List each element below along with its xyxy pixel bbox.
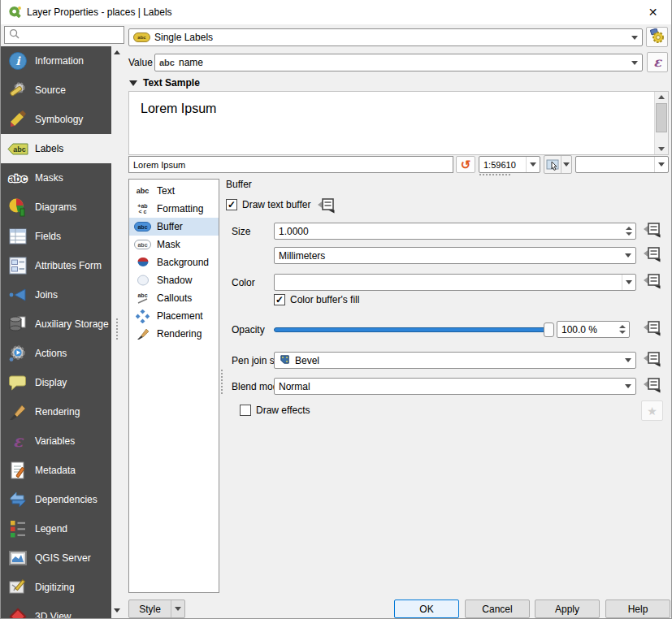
tab-callouts[interactable]: abc Callouts xyxy=(129,289,219,307)
sidebar-item-symbology[interactable]: Symbology xyxy=(1,105,111,134)
buffer-tab-icon: abc xyxy=(132,219,153,234)
sidebar-item-variables[interactable]: ε Variables xyxy=(1,426,111,456)
sample-scrollbar[interactable] xyxy=(654,92,668,154)
scroll-down-icon[interactable] xyxy=(658,147,665,151)
sidebar-item-metadata[interactable]: Metadata xyxy=(1,456,111,485)
scrollbar-thumb[interactable] xyxy=(656,103,667,132)
epsilon-icon: ε xyxy=(653,54,661,70)
data-defined-override-button[interactable] xyxy=(641,319,662,337)
expression-builder-button[interactable]: ε xyxy=(647,52,668,72)
size-spinbox[interactable]: 1.0000 xyxy=(274,223,636,240)
horizontal-splitter-handle[interactable] xyxy=(479,174,510,175)
scroll-down-icon[interactable] xyxy=(114,608,120,613)
tab-rendering[interactable]: Rendering xyxy=(129,325,219,343)
spin-buttons[interactable] xyxy=(616,322,628,337)
check-icon: ✓ xyxy=(228,199,236,210)
ok-button-label: OK xyxy=(419,604,433,615)
slider-handle[interactable] xyxy=(544,322,554,337)
actions-icon xyxy=(7,343,28,364)
tab-background[interactable]: Background xyxy=(129,253,219,271)
rendering-tab-icon xyxy=(132,327,153,341)
sidebar-item-joins[interactable]: Joins xyxy=(1,280,111,310)
sidebar-item-actions[interactable]: Actions xyxy=(1,339,111,368)
sidebar-item-label: Joins xyxy=(35,289,58,301)
data-defined-override-button[interactable] xyxy=(641,245,662,263)
attributes-form-icon xyxy=(7,255,28,276)
scroll-up-icon[interactable] xyxy=(114,50,120,54)
help-button[interactable]: Help xyxy=(605,600,670,618)
sidebar-item-attributes-form[interactable]: Attributes Form xyxy=(1,251,111,280)
tab-buffer[interactable]: abc Buffer xyxy=(129,218,219,236)
tab-placement[interactable]: Placement xyxy=(129,307,219,325)
tab-mask[interactable]: abc Mask xyxy=(129,236,219,253)
data-defined-override-button[interactable] xyxy=(641,221,662,239)
chevron-down-icon[interactable] xyxy=(561,156,571,173)
data-defined-override-button[interactable] xyxy=(641,350,662,368)
opacity-spinbox[interactable]: 100.0 % xyxy=(557,321,630,338)
style-menu-button[interactable]: Style xyxy=(128,600,185,618)
value-field-select[interactable]: abc name xyxy=(154,54,643,71)
cancel-button[interactable]: Cancel xyxy=(465,600,530,618)
panel-title: Buffer xyxy=(226,179,252,190)
draw-effects-checkbox[interactable] xyxy=(240,405,251,416)
sidebar-item-legend[interactable]: Legend xyxy=(1,514,111,543)
size-units-select[interactable]: Millimeters xyxy=(274,247,636,264)
background-tab-icon xyxy=(132,255,153,270)
sidebar-item-auxiliary-storage[interactable]: Auxiliary Storage xyxy=(1,310,111,339)
search-input[interactable] xyxy=(4,26,124,44)
automated-placement-button[interactable] xyxy=(646,27,668,47)
opacity-label: Opacity xyxy=(232,324,265,335)
scroll-up-icon[interactable] xyxy=(658,95,665,99)
sidebar-item-qgis-server[interactable]: QGIS Server xyxy=(1,543,111,573)
sidebar-item-dependencies[interactable]: Dependencies xyxy=(1,485,111,514)
blend-mode-select[interactable]: Normal xyxy=(274,378,636,395)
data-defined-override-button[interactable] xyxy=(315,197,336,214)
chevron-down-icon[interactable] xyxy=(171,600,184,617)
diagrams-icon xyxy=(7,197,28,218)
sidebar-item-digitizing[interactable]: Digitizing xyxy=(1,573,111,602)
3d-view-icon xyxy=(7,606,28,618)
qgis-logo-icon xyxy=(7,5,22,19)
spin-buttons[interactable] xyxy=(622,223,635,239)
pen-join-style-select[interactable]: Bevel xyxy=(274,352,636,369)
sidebar-item-information[interactable]: i Information xyxy=(1,46,111,76)
labels-icon: abc xyxy=(7,138,28,159)
collapse-triangle-icon[interactable] xyxy=(129,80,137,86)
sample-background-select[interactable] xyxy=(575,156,669,173)
color-buffer-fill-label: Color buffer's fill xyxy=(290,294,359,305)
tab-formatting[interactable]: +ab < c Formatting xyxy=(129,200,219,218)
sidebar-item-display[interactable]: Display xyxy=(1,368,111,397)
opacity-slider[interactable] xyxy=(274,322,554,338)
draw-text-buffer-label: Draw text buffer xyxy=(242,199,310,210)
ok-button[interactable]: OK xyxy=(394,600,459,618)
data-defined-override-button[interactable] xyxy=(641,376,662,394)
tab-text[interactable]: abc Text xyxy=(129,182,219,200)
map-settings-button[interactable] xyxy=(544,155,572,174)
apply-button[interactable]: Apply xyxy=(535,600,600,618)
sidebar-item-3d-view[interactable]: 3D View xyxy=(1,602,111,618)
close-button[interactable]: ✕ xyxy=(635,0,671,24)
labeling-mode-select[interactable]: abc Single Labels xyxy=(128,28,643,46)
data-defined-override-button[interactable] xyxy=(641,272,662,290)
sample-text-input[interactable]: Lorem Ipsum xyxy=(128,156,453,173)
buffer-color-button[interactable] xyxy=(274,274,636,291)
tab-shadow[interactable]: Shadow xyxy=(129,271,219,289)
sidebar-item-diagrams[interactable]: Diagrams xyxy=(1,193,111,222)
sidebar-item-rendering[interactable]: Rendering xyxy=(1,397,111,426)
color-dropdown[interactable] xyxy=(622,275,635,290)
color-buffer-fill-checkbox[interactable]: ✓ xyxy=(274,294,285,305)
sidebar-item-label: Actions xyxy=(35,348,67,359)
effects-customize-button[interactable]: ★ xyxy=(641,400,663,421)
sidebar-item-labels[interactable]: abc Labels xyxy=(1,134,111,163)
sidebar-item-masks[interactable]: abc Masks xyxy=(1,163,111,193)
sidebar-splitter-handle[interactable] xyxy=(116,318,118,340)
sidebar-item-source[interactable]: Source xyxy=(1,76,111,105)
scale-select[interactable]: 1:59610 xyxy=(479,156,540,173)
vertical-splitter-handle[interactable] xyxy=(221,370,223,394)
draw-text-buffer-checkbox[interactable]: ✓ xyxy=(226,199,237,210)
reset-sample-button[interactable]: ↺ xyxy=(456,156,475,173)
text-sample-header[interactable]: Text Sample xyxy=(143,77,200,89)
fields-icon xyxy=(7,226,28,247)
sidebar-item-fields[interactable]: Fields xyxy=(1,222,111,251)
bevel-join-icon xyxy=(279,353,291,368)
